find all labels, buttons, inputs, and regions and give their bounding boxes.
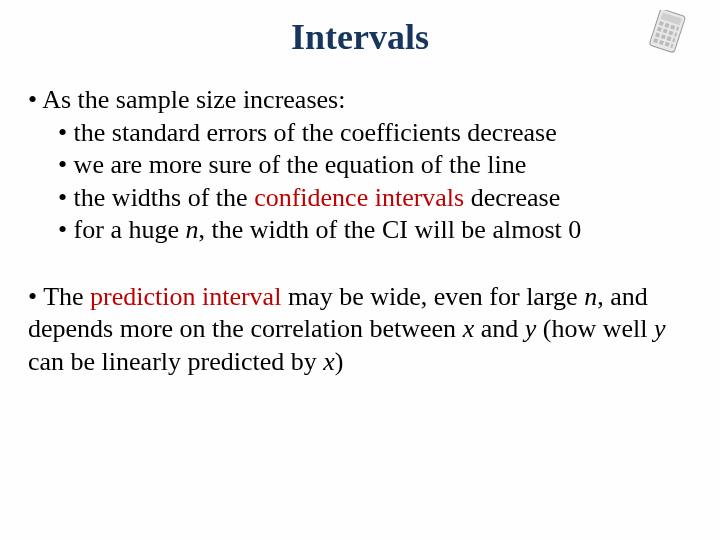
highlight-confidence-intervals: confidence intervals — [254, 183, 464, 212]
slide-title: Intervals — [0, 0, 720, 62]
bullet-sub-1: • the standard errors of the coefficient… — [28, 117, 692, 150]
bullet-main-1: • As the sample size increases: — [28, 84, 692, 117]
bullet-sub-3: • the widths of the confidence intervals… — [28, 182, 692, 215]
calculator-icon — [640, 10, 696, 54]
bullet-sub-4: • for a huge n, the width of the CI will… — [28, 214, 692, 247]
slide-body: • As the sample size increases: • the st… — [0, 62, 720, 378]
bullet-sub-2: • we are more sure of the equation of th… — [28, 149, 692, 182]
bullet-main-2: • The prediction interval may be wide, e… — [28, 281, 692, 379]
highlight-prediction-interval: prediction interval — [90, 282, 281, 311]
